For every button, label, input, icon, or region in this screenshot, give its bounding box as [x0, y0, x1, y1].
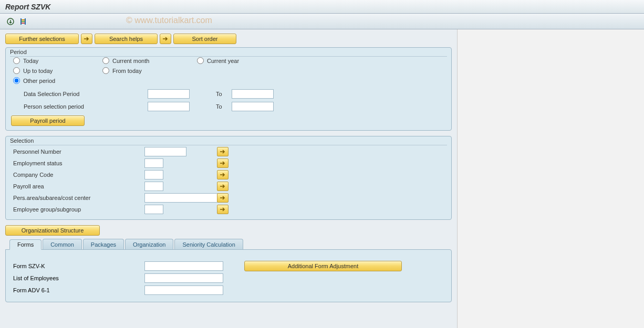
person-selection-to-input[interactable]: [232, 102, 274, 111]
sort-order-arrow-button[interactable]: [160, 34, 171, 44]
selection-row: Pers.area/subarea/cost center: [11, 192, 446, 204]
page-title: Report SZVK: [5, 3, 50, 11]
selection-input[interactable]: [144, 158, 163, 168]
selection-toolbar: Further selections Search helps Sort ord…: [5, 34, 452, 44]
radio-from-today-input[interactable]: [102, 67, 109, 74]
form-row-label: Form SZV-K: [11, 263, 144, 269]
arrow-right-icon: [162, 36, 169, 41]
svg-rect-3: [22, 19, 25, 20]
further-selections-button[interactable]: Further selections: [5, 34, 79, 44]
selection-input[interactable]: [144, 182, 163, 191]
form-row: Form SZV-KAdditional Form Adjustment: [11, 260, 446, 272]
selection-row: Company Code: [11, 169, 446, 181]
selection-input[interactable]: [144, 205, 163, 214]
radio-current-month[interactable]: Current month: [102, 57, 197, 64]
radio-today-input[interactable]: [13, 57, 20, 64]
arrow-right-icon: [220, 184, 226, 189]
person-selection-period-label: Person selection period: [24, 103, 148, 110]
tab-forms[interactable]: Forms: [9, 239, 41, 250]
selection-row: Payroll area: [11, 181, 446, 192]
tab-organization[interactable]: Organization: [125, 239, 173, 249]
data-selection-to-input[interactable]: [232, 89, 274, 99]
app-toolbar: © www.tutorialkart.com: [0, 14, 644, 29]
selection-label: Employment status: [11, 160, 144, 166]
sort-order-button[interactable]: Sort order: [173, 34, 236, 44]
titlebar: Report SZVK: [0, 0, 644, 14]
arrow-right-icon: [220, 172, 226, 177]
multiple-selection-button[interactable]: [217, 193, 228, 203]
form-row-input[interactable]: [144, 261, 223, 271]
additional-form-adjustment-button[interactable]: Additional Form Adjustment: [244, 261, 402, 271]
period-group: Period Today Current month Current year: [5, 47, 452, 131]
selection-row: Personnel Number: [11, 146, 446, 157]
radio-other-period-label: Other period: [23, 78, 55, 84]
variant-icon[interactable]: [18, 16, 28, 27]
tab-seniority-calculation[interactable]: Seniority Calculation: [174, 239, 243, 249]
form-row: List of Employees: [11, 272, 446, 284]
arrow-right-icon: [220, 161, 226, 166]
multiple-selection-button[interactable]: [217, 170, 228, 179]
to-label-2: To: [216, 103, 232, 110]
arrow-right-icon: [84, 36, 90, 41]
right-empty-panel: [457, 29, 644, 328]
selection-label: Company Code: [11, 172, 144, 178]
radio-up-to-today[interactable]: Up to today: [13, 67, 102, 74]
form-row-input[interactable]: [144, 273, 223, 283]
selection-legend: Selection: [10, 136, 34, 145]
organizational-structure-button[interactable]: Organizational Structure: [5, 225, 100, 236]
radio-today[interactable]: Today: [13, 57, 102, 64]
radio-up-to-today-label: Up to today: [23, 68, 53, 74]
selection-label: Payroll area: [11, 183, 144, 189]
form-row-label: List of Employees: [11, 275, 144, 281]
radio-current-year-input[interactable]: [197, 57, 204, 64]
form-row: Form ADV 6-1: [11, 284, 446, 296]
selection-label: Pers.area/subarea/cost center: [11, 195, 144, 201]
period-legend: Period: [10, 48, 27, 56]
selection-row: Employee group/subgroup: [11, 204, 446, 215]
selection-input[interactable]: [144, 147, 186, 156]
selection-label: Employee group/subgroup: [11, 206, 144, 213]
radio-current-month-input[interactable]: [102, 57, 109, 64]
form-row-label: Form ADV 6-1: [11, 287, 144, 293]
search-helps-arrow-button[interactable]: [81, 34, 92, 44]
arrow-right-icon: [220, 149, 226, 154]
selection-label: Personnel Number: [11, 149, 144, 155]
svg-rect-4: [22, 21, 25, 22]
multiple-selection-button[interactable]: [217, 182, 228, 191]
svg-rect-1: [20, 18, 22, 25]
execute-icon[interactable]: [5, 16, 16, 27]
radio-current-year[interactable]: Current year: [197, 57, 292, 64]
form-row-input[interactable]: [144, 285, 223, 295]
selection-input[interactable]: [144, 170, 163, 179]
selection-row: Employment status: [11, 157, 446, 169]
search-helps-button[interactable]: Search helps: [95, 34, 158, 44]
payroll-period-button[interactable]: Payroll period: [11, 115, 85, 126]
tabstrip: FormsCommonPackagesOrganizationSeniority…: [5, 238, 452, 249]
radio-up-to-today-input[interactable]: [13, 67, 20, 74]
radio-other-period-input[interactable]: [13, 77, 20, 84]
to-label-1: To: [216, 91, 232, 97]
watermark: © www.tutorialkart.com: [126, 16, 212, 25]
multiple-selection-button[interactable]: [217, 205, 228, 214]
radio-from-today[interactable]: From today: [102, 67, 197, 74]
radio-current-month-label: Current month: [112, 58, 149, 64]
svg-rect-2: [25, 18, 26, 25]
radio-today-label: Today: [23, 58, 38, 64]
selection-group: Selection Personnel NumberEmployment sta…: [5, 136, 452, 220]
radio-other-period[interactable]: Other period: [13, 77, 102, 84]
svg-rect-5: [22, 23, 25, 24]
arrow-right-icon: [220, 207, 226, 212]
tab-panel-forms: Form SZV-KAdditional Form AdjustmentList…: [5, 249, 452, 302]
multiple-selection-button[interactable]: [217, 147, 228, 156]
selection-input[interactable]: [144, 193, 223, 203]
multiple-selection-button[interactable]: [217, 158, 228, 168]
radio-from-today-label: From today: [112, 68, 142, 74]
tab-packages[interactable]: Packages: [83, 239, 124, 249]
data-selection-period-label: Data Selection Period: [24, 91, 148, 97]
person-selection-from-input[interactable]: [148, 102, 190, 111]
radio-current-year-label: Current year: [207, 58, 239, 64]
tab-common[interactable]: Common: [43, 239, 82, 249]
data-selection-from-input[interactable]: [148, 89, 190, 99]
arrow-right-icon: [220, 195, 226, 200]
